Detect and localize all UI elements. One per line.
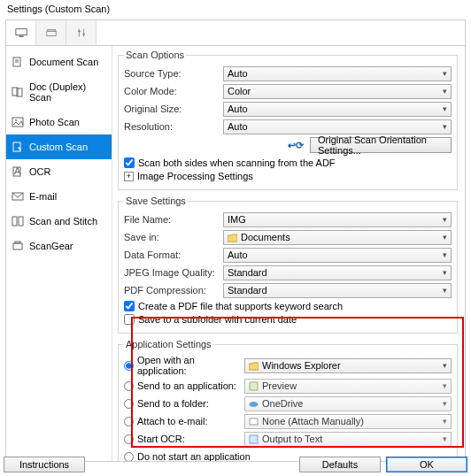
start-ocr-select[interactable]: Output to Text▾ bbox=[244, 432, 452, 447]
source-type-select[interactable]: Auto▾ bbox=[223, 66, 452, 81]
open-app-select[interactable]: Windows Explorer▾ bbox=[244, 358, 452, 373]
onedrive-icon bbox=[249, 399, 259, 409]
chevron-down-icon: ▾ bbox=[443, 268, 447, 277]
jpeg-quality-label: JPEG Image Quality: bbox=[124, 267, 223, 278]
main-panel: Document Scan Doc (Duplex) Scan Photo Sc… bbox=[5, 46, 466, 462]
sidebar-item-label: Scan and Stitch bbox=[29, 216, 97, 226]
chevron-down-icon: ▾ bbox=[443, 215, 447, 224]
subfolder-checkbox[interactable] bbox=[124, 314, 135, 325]
svg-rect-25 bbox=[250, 418, 258, 425]
text-icon bbox=[249, 434, 259, 444]
resolution-label: Resolution: bbox=[124, 121, 223, 132]
chevron-down-icon: ▾ bbox=[443, 233, 447, 242]
send-folder-radio[interactable] bbox=[124, 399, 134, 409]
source-type-label: Source Type: bbox=[124, 68, 223, 79]
send-folder-select[interactable]: OneDrive▾ bbox=[244, 396, 452, 411]
window-title: Settings (Custom Scan) bbox=[0, 0, 471, 19]
svg-rect-23 bbox=[250, 382, 258, 390]
svg-rect-0 bbox=[15, 29, 26, 35]
start-ocr-label: Start OCR: bbox=[137, 434, 185, 444]
original-size-label: Original Size: bbox=[124, 104, 223, 114]
sidebar-item-custom-scan[interactable]: Custom Scan bbox=[6, 134, 112, 159]
svg-point-14 bbox=[15, 119, 17, 121]
save-settings-legend: Save Settings bbox=[124, 196, 188, 206]
save-in-label: Save in: bbox=[124, 232, 223, 242]
orientation-settings-button[interactable]: Original Scan Orientation Settings... bbox=[310, 137, 452, 153]
chevron-down-icon: ▾ bbox=[443, 104, 447, 113]
sidebar-item-scan-stitch[interactable]: Scan and Stitch bbox=[6, 209, 112, 234]
defaults-button[interactable]: Defaults bbox=[299, 457, 381, 472]
color-mode-select[interactable]: Color▾ bbox=[223, 84, 452, 99]
start-ocr-radio[interactable] bbox=[124, 434, 134, 444]
sidebar-item-document-scan[interactable]: Document Scan bbox=[6, 50, 112, 74]
swap-icon[interactable]: ↩⟳ bbox=[287, 139, 305, 151]
sidebar-item-email[interactable]: E-mail bbox=[6, 184, 112, 209]
tab-scanner-icon[interactable] bbox=[36, 20, 66, 45]
svg-text:A: A bbox=[14, 166, 21, 176]
data-format-select[interactable]: Auto▾ bbox=[223, 248, 452, 263]
svg-rect-22 bbox=[15, 242, 20, 243]
subfolder-label: Save to a subfolder with current date bbox=[138, 314, 297, 325]
sidebar-item-label: Photo Scan bbox=[29, 117, 80, 127]
chevron-down-icon: ▾ bbox=[443, 87, 447, 96]
open-app-radio[interactable] bbox=[124, 361, 134, 371]
preview-icon bbox=[249, 381, 259, 391]
chevron-down-icon: ▾ bbox=[443, 286, 447, 295]
sidebar-item-label: OCR bbox=[29, 166, 50, 177]
svg-rect-1 bbox=[19, 36, 23, 37]
img-processing-label: Image Processing Settings bbox=[137, 171, 253, 181]
pdf-compression-select[interactable]: Standard▾ bbox=[223, 283, 452, 298]
both-sides-label: Scan both sides when scanning from the A… bbox=[138, 157, 336, 168]
resolution-select[interactable]: Auto▾ bbox=[223, 119, 452, 134]
data-format-label: Data Format: bbox=[124, 250, 223, 260]
sidebar-item-label: ScanGear bbox=[29, 241, 73, 251]
sidebar-item-label: E-mail bbox=[29, 191, 57, 202]
tab-computer-icon[interactable] bbox=[6, 20, 36, 45]
chevron-down-icon: ▾ bbox=[443, 69, 447, 78]
sidebar-item-photo-scan[interactable]: Photo Scan bbox=[6, 110, 112, 134]
svg-rect-26 bbox=[250, 435, 258, 443]
chevron-down-icon: ▾ bbox=[443, 361, 447, 370]
send-app-radio[interactable] bbox=[124, 381, 134, 391]
svg-rect-20 bbox=[19, 217, 23, 226]
folder-icon bbox=[228, 233, 237, 242]
keyword-label: Create a PDF file that supports keyword … bbox=[138, 301, 343, 311]
sidebar-item-doc-duplex[interactable]: Doc (Duplex) Scan bbox=[6, 74, 112, 110]
send-app-select[interactable]: Preview▾ bbox=[244, 379, 452, 394]
svg-rect-19 bbox=[12, 217, 17, 226]
content-area: Scan Options Source Type:Auto▾ Color Mod… bbox=[112, 46, 465, 461]
both-sides-checkbox[interactable] bbox=[124, 157, 135, 168]
sidebar-item-scangear[interactable]: ScanGear bbox=[6, 234, 112, 258]
attach-email-select[interactable]: None (Attach Manually)▾ bbox=[244, 414, 452, 429]
open-app-label: Open with an application: bbox=[137, 355, 244, 376]
file-name-combo[interactable]: IMG▾ bbox=[223, 212, 452, 227]
tab-tools-icon[interactable] bbox=[66, 20, 97, 45]
scan-options-group: Scan Options Source Type:Auto▾ Color Mod… bbox=[118, 50, 458, 190]
chevron-down-icon: ▾ bbox=[443, 122, 447, 131]
jpeg-quality-select[interactable]: Standard▾ bbox=[223, 265, 452, 280]
sidebar-item-label: Document Scan bbox=[29, 57, 98, 67]
ok-button[interactable]: OK bbox=[386, 457, 467, 472]
chevron-down-icon: ▾ bbox=[443, 434, 447, 443]
chevron-down-icon: ▾ bbox=[443, 381, 447, 390]
save-settings-group: Save Settings File Name:IMG▾ Save in:Doc… bbox=[118, 196, 458, 334]
instructions-button[interactable]: Instructions bbox=[4, 457, 85, 472]
mail-icon bbox=[249, 417, 259, 426]
keyword-checkbox[interactable] bbox=[124, 301, 135, 311]
attach-email-radio[interactable] bbox=[124, 417, 134, 426]
send-folder-label: Send to a folder: bbox=[137, 398, 209, 409]
chevron-down-icon: ▾ bbox=[443, 399, 447, 408]
svg-rect-15 bbox=[13, 142, 20, 151]
svg-point-7 bbox=[82, 33, 85, 35]
expand-icon[interactable]: + bbox=[124, 172, 134, 181]
top-tabs bbox=[5, 19, 466, 46]
svg-point-24 bbox=[250, 402, 259, 407]
sidebar-item-ocr[interactable]: AOCR bbox=[6, 159, 112, 184]
sidebar-item-label: Custom Scan bbox=[29, 142, 88, 152]
save-in-select[interactable]: Documents▾ bbox=[223, 230, 452, 245]
sidebar-item-label: Doc (Duplex) Scan bbox=[29, 81, 106, 103]
footer: Instructions Defaults OK bbox=[4, 457, 467, 472]
chevron-down-icon: ▾ bbox=[443, 417, 447, 426]
original-size-select[interactable]: Auto▾ bbox=[223, 102, 452, 117]
app-settings-legend: Application Settings bbox=[124, 339, 213, 349]
